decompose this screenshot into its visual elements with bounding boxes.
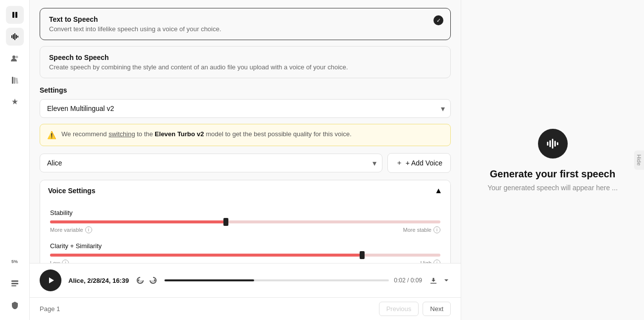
left-column: Text to Speech Convert text into lifelik…: [30, 0, 461, 320]
svg-rect-19: [552, 139, 553, 149]
sidebar-waveform-btn[interactable]: [6, 28, 24, 46]
warning-icon: ⚠️: [47, 131, 56, 140]
voice-select[interactable]: Alice Rachel Domi Bella Antoni: [40, 154, 382, 172]
warning-banner: ⚠️ We recommend switching to the Eleven …: [40, 124, 451, 146]
badge-label: 5%: [11, 259, 18, 264]
add-voice-plus: ＋: [396, 159, 403, 167]
progress-fill: [164, 279, 254, 281]
model-select[interactable]: Eleven Multilingual v2 Eleven Turbo v2 E…: [40, 99, 451, 118]
selected-check-icon: ✓: [433, 15, 443, 25]
svg-rect-3: [13, 34, 14, 39]
sidebar-pause-btn[interactable]: [6, 6, 24, 24]
next-button[interactable]: Next: [423, 302, 451, 316]
clarity-right-label: High i: [420, 260, 440, 263]
voice-row: Alice Rachel Domi Bella Antoni ▾ ＋ + Add…: [40, 153, 451, 173]
svg-rect-9: [12, 77, 13, 84]
voice-settings-title: Voice Settings: [48, 187, 95, 195]
generate-title: Generate your first speech: [490, 168, 615, 180]
right-main-content: Generate your first speech Your generate…: [461, 0, 644, 320]
svg-rect-12: [11, 280, 18, 282]
clarity-left-label: Low i: [50, 260, 69, 263]
sidebar-book-btn[interactable]: [6, 71, 24, 89]
clarity-info-right-icon[interactable]: i: [433, 260, 440, 263]
stability-info-icon[interactable]: i: [85, 226, 92, 233]
pagination-row: Page 1 Previous Next: [30, 297, 461, 320]
svg-rect-13: [11, 283, 18, 284]
stability-right-label: More stable i: [403, 226, 440, 233]
svg-rect-6: [17, 36, 18, 38]
svg-rect-1: [15, 12, 17, 18]
previous-button[interactable]: Previous: [379, 302, 419, 316]
clarity-info-icon[interactable]: i: [62, 260, 69, 263]
voice-settings-body: Stability More variable i More stabl: [40, 201, 450, 263]
clarity-label: Clarity + Similarity: [50, 242, 440, 250]
stability-label: Stability: [50, 209, 440, 216]
sidebar-history-btn[interactable]: [6, 274, 24, 292]
text-to-speech-desc: Convert text into lifelike speech using …: [49, 25, 441, 33]
svg-rect-18: [549, 140, 551, 147]
voice-settings-chevron: ▲: [434, 186, 442, 195]
player-info: Alice, 2/28/24, 16:39: [68, 277, 129, 284]
clarity-slider-row: Clarity + Similarity Low i High: [50, 242, 440, 263]
stability-slider-row: Stability More variable i More stabl: [50, 209, 440, 233]
model-select-wrapper: Eleven Multilingual v2 Eleven Turbo v2 E…: [40, 99, 451, 118]
generate-subtitle: Your generated speech will appear here .…: [487, 184, 618, 192]
svg-rect-20: [554, 141, 556, 147]
voice-settings-panel: Voice Settings ▲ Stability More variabl: [40, 180, 451, 263]
time-display: 0:02 / 0:09: [394, 277, 422, 284]
text-to-speech-card[interactable]: Text to Speech Convert text into lifelik…: [40, 8, 451, 40]
sidebar-magic-btn[interactable]: [6, 93, 24, 111]
player-name: Alice, 2/28/24, 16:39: [68, 277, 129, 284]
sidebar-badge-btn[interactable]: 5%: [6, 253, 24, 270]
voice-select-wrapper: Alice Rachel Domi Bella Antoni ▾: [40, 154, 382, 172]
generate-icon: [538, 129, 568, 159]
pagination-buttons: Previous Next: [379, 302, 451, 316]
waveform-icon: [546, 137, 560, 151]
stability-left-label: More variable i: [50, 226, 92, 233]
stability-slider-labels: More variable i More stable i: [50, 226, 440, 233]
text-to-speech-title: Text to Speech: [49, 15, 441, 23]
stability-info-right-icon[interactable]: i: [433, 226, 440, 233]
sidebar: 5%: [0, 0, 30, 320]
switching-link[interactable]: switching: [108, 130, 135, 138]
svg-text:10: 10: [140, 280, 143, 283]
svg-rect-21: [557, 142, 558, 145]
speech-to-speech-card[interactable]: Speech to Speech Create speech by combin…: [40, 46, 451, 78]
add-voice-button[interactable]: ＋ + Add Voice: [387, 153, 451, 173]
svg-rect-14: [11, 285, 16, 286]
add-voice-label: + Add Voice: [406, 159, 442, 167]
speech-to-speech-desc: Create speech by combining the style and…: [49, 63, 441, 71]
page-label: Page 1: [40, 305, 60, 313]
right-section: Generate your first speech Your generate…: [461, 0, 644, 320]
progress-bar-container[interactable]: 0:02 / 0:09: [164, 277, 422, 284]
sidebar-shield-btn[interactable]: [6, 296, 24, 314]
play-icon: [47, 276, 55, 284]
svg-rect-10: [14, 77, 15, 84]
sidebar-users-btn[interactable]: [6, 50, 24, 67]
settings-label: Settings: [40, 86, 451, 94]
svg-point-7: [12, 55, 15, 58]
svg-text:10: 10: [151, 280, 154, 283]
svg-rect-5: [16, 35, 17, 39]
svg-rect-0: [12, 12, 14, 18]
warning-text: We recommend switching to the Eleven Tur…: [61, 130, 352, 138]
scrollable-content: Text to Speech Convert text into lifelik…: [30, 0, 461, 263]
sidebar-bottom: 5%: [6, 253, 24, 314]
audio-player: Alice, 2/28/24, 16:39 10 10: [30, 263, 461, 297]
svg-rect-2: [11, 35, 12, 38]
svg-rect-17: [547, 142, 548, 146]
svg-rect-4: [14, 33, 15, 40]
voice-settings-header[interactable]: Voice Settings ▲: [40, 180, 450, 201]
clarity-slider-labels: Low i High i: [50, 260, 440, 263]
progress-bar: [164, 279, 389, 281]
speech-to-speech-title: Speech to Speech: [49, 53, 441, 61]
hide-sidebar-btn[interactable]: Hide: [634, 151, 644, 170]
svg-rect-11: [15, 78, 18, 84]
svg-point-8: [15, 56, 18, 58]
